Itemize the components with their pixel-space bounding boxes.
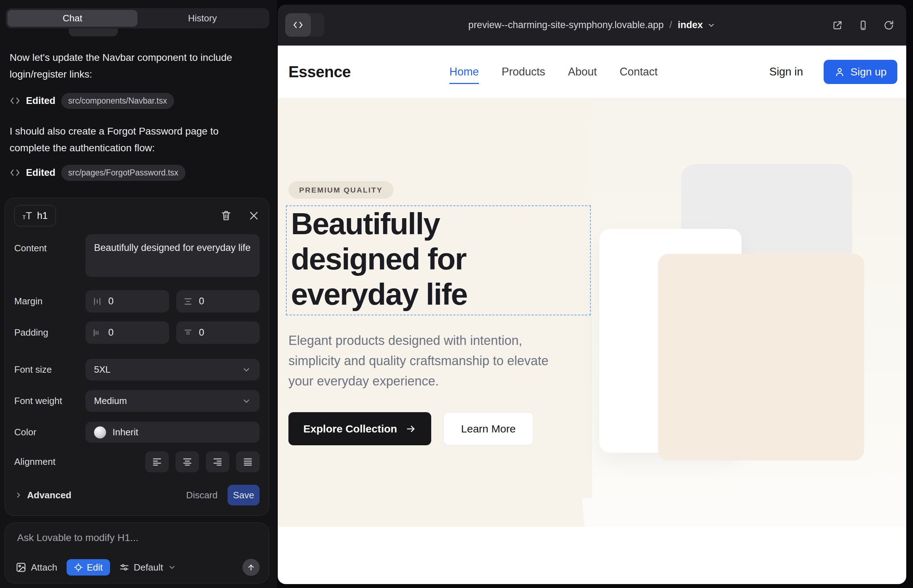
crosshair-icon — [74, 563, 83, 572]
color-value: Inherit — [113, 427, 138, 438]
nav-link-home[interactable]: Home — [449, 60, 479, 84]
code-icon — [293, 19, 303, 30]
element-editor-popover: тT h1 Content Beautifully designed for e… — [5, 198, 269, 516]
font-size-select[interactable]: 5XL — [86, 359, 260, 381]
nav-link-contact[interactable]: Contact — [620, 66, 658, 78]
hero-section: PREMIUM QUALITY Beautifully designed for… — [278, 98, 906, 527]
chat-panel: Chat History Now let's update the Navbar… — [0, 0, 277, 588]
font-weight-label: Font weight — [14, 396, 86, 407]
element-tag-name: h1 — [37, 210, 48, 221]
margin-y-input[interactable] — [176, 290, 260, 312]
tab-history[interactable]: History — [138, 10, 267, 27]
sliders-icon — [119, 562, 129, 572]
trash-icon[interactable] — [220, 210, 232, 221]
send-button[interactable] — [243, 559, 260, 576]
content-input[interactable]: Beautifully designed for everyday life — [86, 234, 260, 277]
editor-header: тT h1 — [14, 205, 260, 227]
image-icon — [16, 562, 26, 573]
font-weight-select[interactable]: Medium — [86, 390, 260, 412]
explore-label: Explore Collection — [303, 423, 397, 435]
edited-file-row: Edited src/pages/ForgotPassword.tsx — [10, 164, 186, 181]
color-select[interactable]: Inherit — [86, 422, 260, 443]
scrolled-message-remnant — [69, 29, 118, 36]
arrow-right-icon — [406, 423, 416, 434]
align-right-button[interactable] — [206, 451, 229, 472]
code-segment[interactable] — [285, 13, 311, 37]
tab-chat[interactable]: Chat — [8, 10, 138, 27]
padding-x-input[interactable] — [86, 321, 169, 344]
alignment-label: Alignment — [14, 456, 86, 467]
file-chip[interactable]: src/pages/ForgotPassword.tsx — [61, 165, 186, 181]
sign-up-button[interactable]: Sign up — [824, 60, 897, 84]
topbar-actions — [832, 5, 894, 45]
user-icon — [834, 66, 845, 77]
nav-link-products[interactable]: Products — [502, 66, 545, 78]
code-icon — [10, 95, 20, 106]
edited-label: Edited — [26, 167, 55, 178]
attach-button[interactable]: Attach — [16, 562, 57, 573]
align-justify-button[interactable] — [236, 451, 260, 472]
save-button[interactable]: Save — [228, 485, 260, 506]
premium-quality-badge: PREMIUM QUALITY — [288, 181, 393, 199]
code-view-toggle[interactable] — [285, 13, 324, 37]
alignment-buttons — [86, 451, 260, 472]
hero-description: Elegant products designed with intention… — [288, 330, 559, 391]
chevron-down-icon — [242, 365, 251, 375]
site-navbar: Essence Home Products About Contact Sign… — [278, 45, 906, 98]
align-center-button[interactable] — [176, 451, 199, 472]
font-weight-row: Font weight Medium — [14, 390, 260, 412]
align-center-icon — [182, 457, 193, 467]
typography-icon: тT — [23, 210, 32, 222]
explore-collection-button[interactable]: Explore Collection — [288, 412, 431, 445]
padding-label: Padding — [14, 327, 86, 338]
sign-up-label: Sign up — [850, 66, 887, 78]
sign-in-link[interactable]: Sign in — [769, 66, 803, 78]
editor-actions — [220, 210, 260, 221]
hero-headline[interactable]: Beautifully designed for everyday life — [291, 206, 547, 312]
nav-link-about[interactable]: About — [568, 66, 597, 78]
browser-topbar: preview--charming-site-symphony.lovable.… — [278, 5, 906, 45]
h1-selection-outline[interactable]: Beautifully designed for everyday life — [286, 205, 591, 315]
model-label: Default — [134, 562, 163, 573]
site-logo[interactable]: Essence — [288, 45, 351, 98]
discard-button[interactable]: Discard — [176, 490, 228, 501]
editor-footer: Advanced Discard Save — [14, 485, 260, 506]
chevron-down-icon — [242, 396, 251, 406]
chevron-right-icon — [14, 491, 23, 499]
margin-horizontal-icon — [92, 297, 102, 306]
arrow-up-icon — [246, 563, 256, 572]
file-chip[interactable]: src/components/Navbar.tsx — [61, 93, 174, 109]
site-nav: Home Products About Contact — [449, 45, 658, 98]
margin-label: Margin — [14, 296, 86, 307]
url-breadcrumb[interactable]: preview--charming-site-symphony.lovable.… — [468, 5, 716, 45]
composer-toolbar: Attach Edit Default — [16, 559, 260, 576]
code-icon — [10, 167, 20, 178]
mobile-view-icon[interactable] — [858, 20, 868, 31]
url-separator: / — [669, 19, 672, 31]
font-size-label: Font size — [14, 364, 86, 375]
element-tag-badge: тT h1 — [14, 205, 56, 226]
advanced-label: Advanced — [27, 490, 71, 501]
learn-more-button[interactable]: Learn More — [444, 412, 533, 445]
chevron-down-icon — [707, 21, 716, 29]
color-label: Color — [14, 427, 86, 438]
advanced-toggle[interactable]: Advanced — [14, 490, 71, 501]
margin-x-input[interactable] — [86, 290, 169, 312]
close-icon[interactable] — [248, 210, 260, 221]
align-left-button[interactable] — [145, 451, 169, 472]
edited-file-row: Edited src/components/Navbar.tsx — [10, 92, 174, 109]
font-weight-value: Medium — [94, 396, 127, 407]
chat-composer: Attach Edit Default — [5, 522, 269, 583]
chat-message: Now let's update the Navbar component to… — [10, 49, 261, 82]
chat-message: I should also create a Forgot Password p… — [10, 123, 261, 156]
url-host: preview--charming-site-symphony.lovable.… — [468, 19, 664, 31]
edit-label: Edit — [87, 562, 103, 573]
edit-mode-button[interactable]: Edit — [66, 559, 110, 575]
refresh-icon[interactable] — [884, 20, 894, 31]
composer-input[interactable] — [17, 532, 256, 554]
model-selector[interactable]: Default — [119, 562, 176, 573]
padding-y-input[interactable] — [176, 321, 260, 344]
url-page: index — [678, 19, 703, 31]
margin-vertical-icon — [183, 297, 193, 306]
open-external-icon[interactable] — [832, 20, 843, 31]
